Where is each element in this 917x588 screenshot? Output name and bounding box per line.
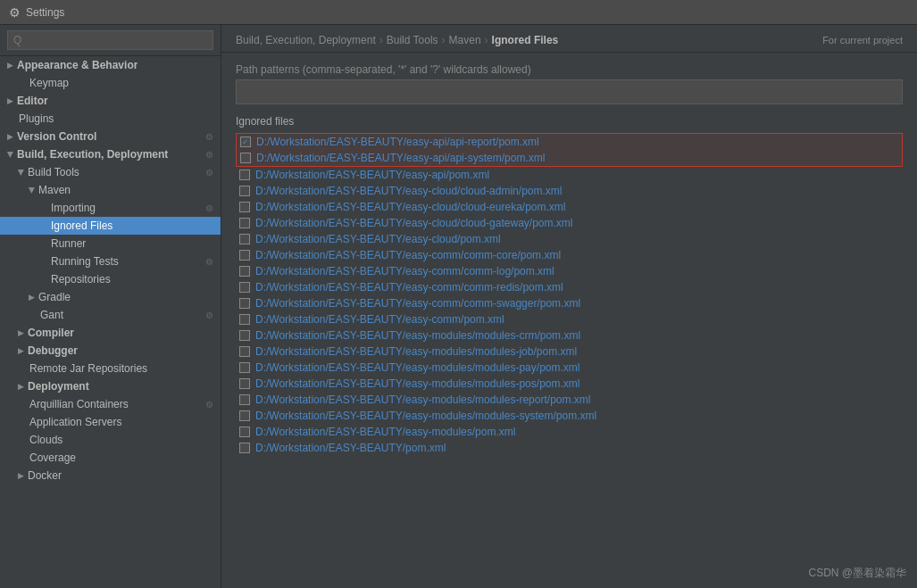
sidebar-label: Gradle [38,291,71,303]
sidebar-item-remote-jar[interactable]: Remote Jar Repositories [0,360,221,377]
file-path[interactable]: D:/Workstation/EASY-BEAUTY/easy-api/pom.… [255,169,489,181]
file-path[interactable]: D:/Workstation/EASY-BEAUTY/easy-modules/… [255,410,596,422]
file-path[interactable]: D:/Workstation/EASY-BEAUTY/easy-modules/… [255,377,579,390]
file-path[interactable]: D:/Workstation/EASY-BEAUTY/easy-cloud/cl… [255,185,562,197]
file-checkbox[interactable] [239,378,250,389]
sidebar-search-area [0,25,221,56]
sidebar-item-editor[interactable]: ▶Editor [0,92,221,110]
file-checkbox[interactable] [239,186,250,196]
file-path[interactable]: D:/Workstation/EASY-BEAUTY/easy-comm/com… [255,281,563,294]
sidebar-item-gant[interactable]: Gant⚙ [0,306,221,324]
sidebar-item-gradle[interactable]: ▶Gradle [0,288,221,306]
file-path[interactable]: D:/Workstation/EASY-BEAUTY/easy-cloud/po… [255,233,501,245]
breadcrumb-part: Maven [449,34,481,46]
file-path[interactable]: D:/Workstation/EASY-BEAUTY/easy-api/api-… [256,152,545,164]
sidebar-item-clouds[interactable]: Clouds [0,431,221,449]
file-checkbox[interactable] [239,443,250,453]
file-checkbox[interactable] [239,410,250,421]
file-item: D:/Workstation/EASY-BEAUTY/easy-modules/… [236,392,903,408]
sidebar-item-keymap[interactable]: Keymap [0,74,221,92]
file-item: D:/Workstation/EASY-BEAUTY/easy-comm/com… [236,247,903,263]
search-input[interactable] [7,30,213,50]
settings-icon: ⚙ [9,5,21,20]
sidebar-item-runner[interactable]: Runner [0,235,221,253]
sidebar-item-deployment[interactable]: ▶Deployment [0,377,221,395]
file-checkbox[interactable] [239,250,250,261]
sidebar-item-compiler[interactable]: ▶Compiler [0,324,221,342]
sidebar-item-build-exec[interactable]: ▶Build, Execution, Deployment⚙ [0,145,221,163]
gear-icon: ⚙ [205,311,213,320]
breadcrumb-part: Build, Execution, Deployment [236,34,376,46]
gear-icon: ⚙ [205,150,213,160]
file-item: D:/Workstation/EASY-BEAUTY/easy-modules/… [236,344,903,360]
sidebar-item-app-servers[interactable]: Application Servers [0,413,221,431]
sidebar-label: Running Tests [51,255,119,268]
file-path[interactable]: D:/Workstation/EASY-BEAUTY/easy-modules/… [255,393,590,406]
file-path[interactable]: D:/Workstation/EASY-BEAUTY/easy-comm/pom… [255,313,504,326]
sidebar-item-version-control[interactable]: ▶Version Control⚙ [0,128,221,145]
file-checkbox[interactable] [239,282,250,293]
file-checkbox[interactable] [239,202,250,212]
sidebar-label: Gant [40,309,63,321]
sidebar-item-debugger[interactable]: ▶Debugger [0,342,221,360]
file-checkbox[interactable] [239,170,250,180]
arrow-icon: ▶ [29,293,35,302]
file-path[interactable]: D:/Workstation/EASY-BEAUTY/pom.xml [255,442,446,454]
file-item: D:/Workstation/EASY-BEAUTY/easy-comm/pom… [236,311,903,327]
sidebar-item-coverage[interactable]: Coverage [0,449,221,467]
breadcrumb-separator: › [485,34,488,46]
breadcrumb-part: Ignored Files [492,34,559,46]
sidebar-item-repositories[interactable]: Repositories [0,270,221,288]
sidebar-item-appearance[interactable]: ▶Appearance & Behavior [0,56,221,74]
file-path[interactable]: D:/Workstation/EASY-BEAUTY/easy-comm/com… [255,265,554,277]
file-path[interactable]: D:/Workstation/EASY-BEAUTY/easy-cloud/cl… [255,201,565,213]
file-path[interactable]: D:/Workstation/EASY-BEAUTY/easy-comm/com… [255,249,561,261]
sidebar-item-importing[interactable]: Importing⚙ [0,199,221,217]
file-path[interactable]: D:/Workstation/EASY-BEAUTY/easy-cloud/cl… [255,217,572,229]
file-path[interactable]: D:/Workstation/EASY-BEAUTY/easy-modules/… [255,361,579,374]
file-path[interactable]: D:/Workstation/EASY-BEAUTY/easy-comm/com… [255,297,580,310]
file-item: D:/Workstation/EASY-BEAUTY/easy-modules/… [236,376,903,392]
file-checkbox[interactable] [239,314,250,325]
file-checkbox[interactable] [239,330,250,341]
file-checkbox[interactable] [239,346,250,357]
arrow-icon: ▶ [17,170,26,176]
arrow-icon: ▶ [7,132,13,141]
sidebar-item-plugins[interactable]: Plugins [0,110,221,128]
file-checkbox[interactable] [239,427,250,437]
file-checkbox[interactable] [239,298,250,309]
file-item: D:/Workstation/EASY-BEAUTY/pom.xml [236,440,903,456]
file-path[interactable]: D:/Workstation/EASY-BEAUTY/easy-modules/… [255,345,577,358]
path-input-area[interactable] [236,79,903,104]
sidebar-item-ignored-files[interactable]: Ignored Files [0,217,221,235]
file-item: D:/Workstation/EASY-BEAUTY/easy-cloud/cl… [236,199,903,215]
sidebar-item-build-tools[interactable]: ▶Build Tools⚙ [0,163,221,181]
breadcrumb-path: Build, Execution, Deployment›Build Tools… [236,34,558,46]
watermark: CSDN @墨着染霜华 [808,566,906,581]
file-path[interactable]: D:/Workstation/EASY-BEAUTY/easy-modules/… [255,426,515,438]
file-checkbox[interactable] [239,234,250,244]
breadcrumb: Build, Execution, Deployment›Build Tools… [221,25,917,53]
file-path[interactable]: D:/Workstation/EASY-BEAUTY/easy-modules/… [255,329,580,342]
arrow-icon: ▶ [18,382,24,391]
title-bar: ⚙ Settings [0,0,917,25]
file-checkbox[interactable] [239,362,250,373]
file-item: D:/Workstation/EASY-BEAUTY/easy-api/api-… [236,133,903,150]
sidebar-item-arquillian[interactable]: Arquillian Containers⚙ [0,395,221,413]
file-checkbox[interactable] [240,137,251,147]
file-checkbox[interactable] [239,266,250,277]
arrow-icon: ▶ [18,328,24,337]
file-item: D:/Workstation/EASY-BEAUTY/easy-modules/… [236,424,903,440]
sidebar-label: Editor [17,95,48,107]
file-checkbox[interactable] [240,153,251,163]
sidebar-item-docker[interactable]: ▶Docker [0,467,221,484]
path-section-label: Path patterns (comma-separated, '*' and … [236,63,903,76]
file-checkbox[interactable] [239,218,250,228]
sidebar-item-maven[interactable]: ▶Maven [0,181,221,199]
gear-icon: ⚙ [205,257,213,267]
file-path[interactable]: D:/Workstation/EASY-BEAUTY/easy-api/api-… [256,136,539,148]
sidebar-label: Clouds [29,434,63,446]
sidebar-label: Version Control [17,130,96,143]
sidebar-item-running-tests[interactable]: Running Tests⚙ [0,253,221,270]
file-checkbox[interactable] [239,394,250,405]
